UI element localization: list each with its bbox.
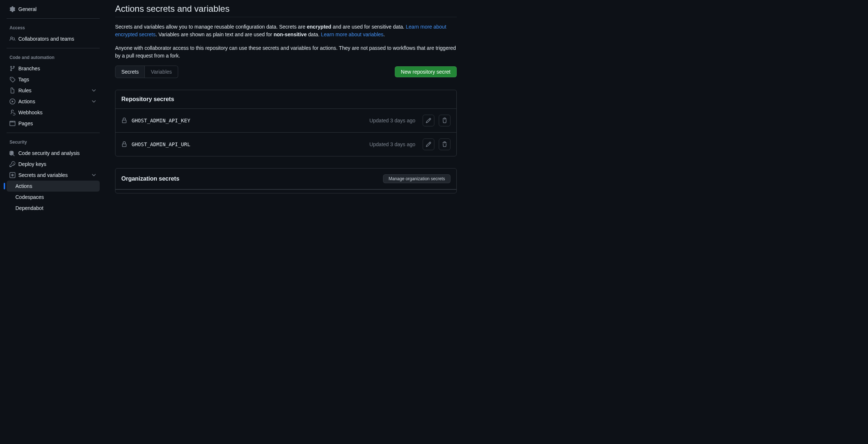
sidebar-item-collaborators[interactable]: Collaborators and teams (7, 33, 100, 44)
sidebar-item-label: Secrets and variables (18, 172, 68, 178)
codescan-icon (10, 150, 15, 156)
tab-row: Secrets Variables New repository secret (115, 66, 457, 78)
page-title: Actions secrets and variables (115, 4, 457, 17)
sidebar-item-label: Rules (18, 88, 32, 93)
organization-secrets-panel: Organization secrets Manage organization… (115, 168, 457, 193)
text: . Variables are shown as plain text and … (156, 32, 274, 37)
sidebar-item-actions[interactable]: Actions (7, 96, 100, 107)
sidebar-item-label: Deploy keys (18, 161, 46, 167)
sidebar-item-label: Branches (18, 66, 40, 71)
main-content: Actions secrets and variables Secrets an… (106, 0, 466, 444)
sidebar-heading-security: Security (7, 137, 100, 148)
divider (7, 48, 100, 48)
text-bold: encrypted (307, 24, 331, 30)
secret-name: GHOST_ADMIN_API_KEY (132, 118, 365, 123)
chevron-down-icon (91, 99, 97, 104)
webhook-icon (10, 110, 15, 115)
trash-icon (442, 118, 448, 123)
text: data. (307, 32, 321, 37)
sidebar-item-branches[interactable]: Branches (7, 63, 100, 74)
sidebar-item-label: Pages (18, 121, 33, 126)
sidebar-item-code-security[interactable]: Code security and analysis (7, 148, 100, 159)
secret-name: GHOST_ADMIN_API_URL (132, 141, 365, 147)
play-icon (10, 99, 15, 104)
secret-updated: Updated 3 days ago (369, 118, 415, 123)
description-paragraph-1: Secrets and variables allow you to manag… (115, 23, 457, 38)
divider (7, 133, 100, 133)
sidebar-heading-access: Access (7, 22, 100, 33)
secret-row: GHOST_ADMIN_API_KEY Updated 3 days ago (115, 109, 456, 133)
lock-icon (121, 141, 127, 147)
sidebar-item-label: General (18, 6, 37, 12)
gear-icon (10, 6, 15, 12)
sidebar-heading-code-automation: Code and automation (7, 52, 100, 63)
new-repository-secret-button[interactable]: New repository secret (395, 66, 457, 77)
text: Secrets and variables allow you to manag… (115, 24, 307, 30)
pencil-icon (426, 141, 431, 147)
delete-secret-button[interactable] (439, 115, 450, 126)
sidebar-item-webhooks[interactable]: Webhooks (7, 107, 100, 118)
link-learn-variables[interactable]: Learn more about variables (321, 32, 383, 37)
tab-secrets[interactable]: Secrets (115, 66, 145, 78)
key-icon (10, 161, 15, 167)
text-bold: non-sensitive (273, 32, 306, 37)
sidebar-item-label: Collaborators and teams (18, 36, 74, 42)
edit-secret-button[interactable] (423, 138, 434, 150)
sidebar-item-rules[interactable]: Rules (7, 85, 100, 96)
chevron-down-icon (91, 88, 97, 93)
browser-icon (10, 121, 15, 126)
sidebar-item-label: Actions (18, 99, 35, 104)
edit-secret-button[interactable] (423, 115, 434, 126)
sidebar-item-general[interactable]: General (7, 4, 100, 15)
tab-variables[interactable]: Variables (145, 66, 178, 78)
tabs: Secrets Variables (115, 66, 178, 78)
sidebar-subitem-actions[interactable]: Actions (7, 181, 100, 192)
sidebar-item-label: Code security and analysis (18, 150, 80, 156)
repository-secrets-panel: Repository secrets GHOST_ADMIN_API_KEY U… (115, 90, 457, 156)
text: . (383, 32, 385, 37)
key-asterisk-icon (10, 172, 15, 178)
sidebar-subitem-dependabot[interactable]: Dependabot (7, 203, 100, 214)
repository-secrets-heading: Repository secrets (115, 90, 456, 109)
tag-icon (10, 77, 15, 82)
sidebar-item-deploy-keys[interactable]: Deploy keys (7, 159, 100, 170)
organization-secrets-header: Organization secrets Manage organization… (115, 169, 456, 189)
manage-organization-secrets-button[interactable]: Manage organization secrets (383, 174, 450, 183)
git-branch-icon (10, 66, 15, 71)
sidebar-item-label: Actions (15, 183, 32, 189)
divider (7, 18, 100, 19)
delete-secret-button[interactable] (439, 138, 450, 150)
sidebar-item-pages[interactable]: Pages (7, 118, 100, 129)
trash-icon (442, 141, 448, 147)
sidebar-item-label: Tags (18, 77, 29, 82)
sidebar-item-label: Webhooks (18, 110, 43, 115)
sidebar-item-tags[interactable]: Tags (7, 74, 100, 85)
sidebar-subitem-codespaces[interactable]: Codespaces (7, 192, 100, 203)
sidebar-item-secrets-variables[interactable]: Secrets and variables (7, 170, 100, 181)
people-icon (10, 36, 15, 42)
text: and are used for sensitive data. (331, 24, 406, 30)
repo-push-icon (10, 88, 15, 93)
sidebar-item-label: Codespaces (15, 194, 44, 200)
sidebar-item-label: Dependabot (15, 205, 43, 211)
settings-sidebar: General Access Collaborators and teams C… (0, 0, 106, 444)
chevron-down-icon (91, 172, 97, 178)
pencil-icon (426, 118, 431, 123)
description-paragraph-2: Anyone with collaborator access to this … (115, 44, 457, 60)
empty-row (115, 189, 456, 193)
secret-updated: Updated 3 days ago (369, 141, 415, 147)
organization-secrets-heading: Organization secrets (121, 175, 179, 182)
lock-icon (121, 118, 127, 123)
secret-row: GHOST_ADMIN_API_URL Updated 3 days ago (115, 133, 456, 156)
